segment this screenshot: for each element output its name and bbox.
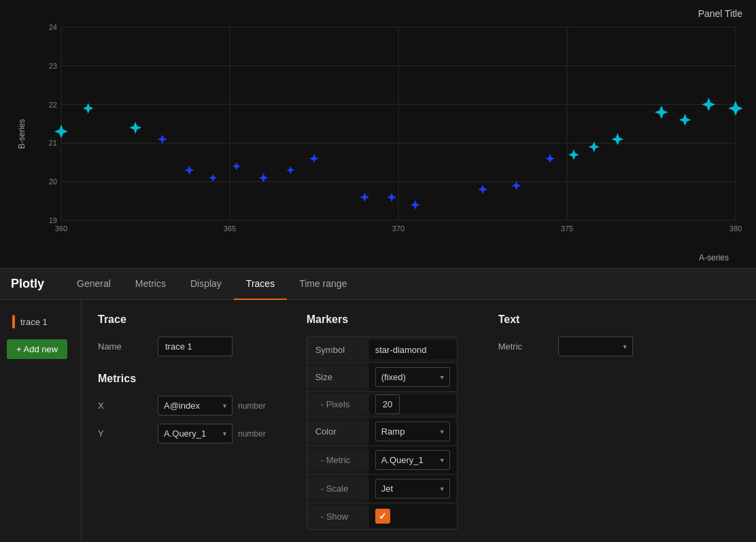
y-select-wrapper: A.Query_1 [158,424,233,443]
symbol-text: star-diamond [375,345,427,355]
add-new-button[interactable]: + Add new [7,339,67,359]
y-type-label: number [238,429,266,439]
sidebar: trace 1 + Add new [0,300,82,542]
trace-name-row: Name [98,337,266,356]
color-select-wrapper: Ramp [375,422,450,441]
chart-title: Panel Title [698,8,742,19]
show-label: - Show [307,506,368,527]
text-section: Text Metric [498,314,634,528]
metric-value: A.Query_1 [368,446,457,474]
metrics-subsection: Metrics X A@index number Y A.Query_1 [98,373,266,443]
scale-label: - Scale [307,478,368,499]
bottom-panel: trace 1 + Add new Trace Name Metrics X A… [0,300,756,542]
text-metric-label: Metric [498,341,553,352]
color-value: Ramp [368,418,457,445]
svg-text:20: 20 [49,177,57,186]
size-row: Size (fixed) [307,363,457,392]
show-value [368,505,457,528]
svg-text:21: 21 [49,139,57,147]
trace-name-input[interactable] [158,337,233,356]
pixels-row: - Pixels 20 [307,392,457,418]
metric-select[interactable]: A.Query_1 [375,450,450,470]
metric-select-wrapper: A.Query_1 [375,450,450,470]
tab-time-range[interactable]: Time range [287,269,359,300]
trace-name-label: Name [98,341,152,352]
metric-row: - Metric A.Query_1 [307,446,457,475]
y-select[interactable]: A.Query_1 [158,424,233,443]
color-label: Color [307,421,368,442]
symbol-value: star-diamond [368,341,457,359]
text-metric-select-wrapper [558,337,633,356]
size-label: Size [307,367,368,388]
x-select-wrapper: A@index [158,396,233,416]
x-metric-row: X A@index number [98,396,266,416]
svg-text:19: 19 [49,216,57,224]
x-type-label: number [238,401,266,411]
y-label: Y [98,428,152,439]
scale-select-wrapper: Jet [375,479,450,498]
trace-color-bar [12,315,15,328]
metrics-section-title: Metrics [98,373,266,385]
svg-text:380: 380 [729,224,742,233]
app-title: Plotly [11,277,44,291]
metric-label: - Metric [307,450,368,471]
symbol-label: Symbol [307,339,368,360]
svg-text:23: 23 [49,62,57,70]
trace-section: Trace Name Metrics X A@index number [98,314,266,528]
size-select[interactable]: (fixed) [375,367,450,387]
y-metric-row: Y A.Query_1 number [98,424,266,443]
trace-item[interactable]: trace 1 [7,311,74,333]
x-label: X [98,401,152,411]
svg-text:375: 375 [561,224,573,233]
scale-row: - Scale Jet [307,475,457,503]
pixels-text: 20 [375,394,400,414]
tab-bar: Plotly General Metrics Display Traces Ti… [0,269,756,300]
text-metric-row: Metric [498,337,634,356]
tab-general[interactable]: General [65,269,123,300]
show-checkbox[interactable] [375,509,390,524]
tab-traces[interactable]: Traces [234,269,287,300]
symbol-row: Symbol star-diamond [307,337,457,363]
size-select-wrapper: (fixed) [375,367,450,387]
color-row: Color Ramp [307,418,457,446]
markers-section: Markers Symbol star-diamond Size (fixed) [307,314,458,528]
text-section-title: Text [498,314,634,326]
x-select[interactable]: A@index [158,396,233,416]
chart-svg: 192021222324360365370375380 [34,20,742,241]
x-axis-label: A-series [699,253,729,262]
tab-display[interactable]: Display [178,269,234,300]
svg-text:22: 22 [49,101,57,109]
svg-text:370: 370 [392,224,405,233]
markers-table: Symbol star-diamond Size (fixed) [307,337,458,530]
scale-select[interactable]: Jet [375,479,450,498]
pixels-value: 20 [368,395,457,413]
tab-metrics[interactable]: Metrics [123,269,178,300]
pixels-label: - Pixels [307,394,368,415]
svg-text:365: 365 [224,224,236,233]
chart-canvas: 192021222324360365370375380 [34,20,742,241]
settings-area: Trace Name Metrics X A@index number [82,300,756,542]
svg-text:360: 360 [55,224,67,233]
scale-value: Jet [368,475,457,503]
markers-section-title: Markers [307,314,458,326]
show-row: - Show [307,503,457,529]
trace-label: trace 1 [20,317,48,327]
y-axis-label: B-series [17,119,27,149]
size-value: (fixed) [368,363,457,391]
svg-text:24: 24 [49,23,57,31]
text-metric-select[interactable] [558,337,633,356]
chart-area: Panel Title B-series A-series 1920212223… [0,0,756,269]
color-select[interactable]: Ramp [375,422,450,441]
trace-section-title: Trace [98,314,266,326]
